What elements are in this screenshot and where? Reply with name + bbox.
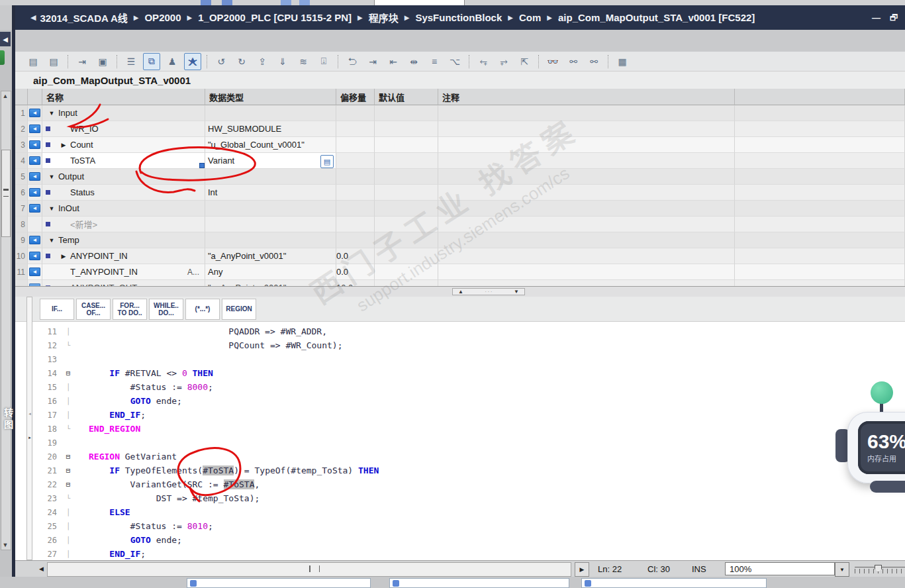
data-type-cell[interactable] [205,217,336,232]
breadcrumb-item[interactable]: 32014_SCADA A线 [40,11,127,24]
comment-cell[interactable] [438,185,735,201]
table-row[interactable]: 11◄T_ANYPOINT_INA...Any0.0 [15,264,905,280]
snapshot-b-icon[interactable]: ⚯ [585,53,602,70]
monitor-icon[interactable]: 👓 [544,53,561,70]
network-view-icon[interactable]: ⧉ [143,53,160,70]
table-row[interactable]: ◄▶ANYPOINT_OUT"a_AnyPoint_v0001"10.0 [15,280,905,286]
name-cell[interactable]: ▶ANYPOINT_OUT [42,280,205,286]
line-numbers-icon[interactable]: ≡ [426,53,443,70]
table-row[interactable]: 3◄▶Count"u_Global_Count_v0001" [15,137,905,153]
block-parameter-icon[interactable]: ▣ [94,53,111,70]
table-row[interactable]: 4◄ToSTAVariant▤ [15,153,905,169]
jump-back-icon[interactable]: ⮌ [344,53,361,70]
breadcrumb-item[interactable]: 程序块 [369,11,399,24]
code-line[interactable]: 18└END_REGION [15,422,905,436]
favorites-icon[interactable]: 🟊 [184,53,201,70]
name-cell[interactable]: ▼InOut [42,201,205,217]
code-line[interactable]: 25│ #Status := 8010; [15,519,905,533]
comment-cell[interactable] [438,232,735,248]
expand-arrow-icon[interactable]: ▶ [60,253,68,260]
absolute-operands-icon[interactable]: ♟ [164,53,181,70]
assistant-widget[interactable]: 63% 内存占用 [835,381,905,497]
fold-toggle-icon[interactable]: ⊟ [62,480,74,489]
comment-cell[interactable] [438,121,735,137]
hscroll-left-icon[interactable]: ◀ [39,565,44,572]
column-header[interactable]: 数据类型 [205,89,336,105]
code-line[interactable]: 12└ PQCount => #WR_Count); [15,338,905,352]
indent-icon[interactable]: ⇥ [364,53,381,70]
column-header[interactable]: 注释 [438,89,735,105]
code-line[interactable]: 14⊟ IF #RETVAL <> 0 THEN [15,366,905,380]
comment-cell[interactable] [438,264,735,280]
go-to-definition-icon[interactable]: ⇱ [516,53,533,70]
name-cell[interactable]: ▼Temp [42,232,205,248]
sync-icon[interactable]: ≋ [295,53,312,70]
fold-all-icon[interactable]: ⌥ [446,53,463,70]
name-cell[interactable]: ▶ANYPOINT_IN [42,248,205,264]
go-to-previous-icon[interactable]: ⥆ [475,53,492,70]
fold-toggle-icon[interactable]: ⊟ [62,369,74,377]
code-editor[interactable]: 11│ PQADDR => #WR_ADDR,12└ PQCount => #W… [15,322,905,560]
snippet-case-button[interactable]: CASE...OF... [76,299,111,320]
zoom-slider[interactable] [855,565,905,574]
comment-cell[interactable] [438,280,735,286]
compile-icon[interactable]: ⍗ [315,53,332,70]
table-row[interactable]: 7◄▼InOut [15,201,905,217]
snippet-region-button[interactable]: REGION [222,299,256,320]
vertical-scrollbar[interactable]: ▲ ▼ [1,91,11,550]
insert-network-icon[interactable]: ▤ [24,53,42,70]
code-line[interactable]: 13 [15,352,905,366]
snippet-comment-button[interactable]: (*...*) [185,299,220,320]
hscroll-right-button[interactable]: ▶ [575,562,589,577]
splitter-right-icon[interactable]: ▸ [27,435,32,440]
minimize-icon[interactable]: — [872,13,881,23]
outdent-icon[interactable]: ⇤ [385,53,402,70]
comment-cell[interactable] [438,217,735,232]
table-row[interactable]: 6◄StatusInt [15,185,905,201]
format-source-icon[interactable]: ⇹ [405,53,422,70]
restore-icon[interactable]: 🗗 [890,13,898,23]
outline-view-icon[interactable]: ☰ [122,53,140,70]
column-header[interactable]: 名称 [42,89,205,105]
go-to-next-icon[interactable]: ⥅ [495,53,512,70]
snippet-for-button[interactable]: FOR...TO DO.. [113,299,147,320]
redo-icon[interactable]: ↻ [233,53,250,70]
table-row[interactable]: 8<新增> [15,217,905,232]
breadcrumb-item[interactable]: Com [519,12,541,23]
code-line[interactable]: 15│ #Status := 8000; [15,380,905,394]
scroll-down-icon[interactable]: ▼ [1,542,9,548]
snippet-if-button[interactable]: IF... [40,299,74,320]
code-line[interactable]: 11│ PQADDR => #WR_ADDR, [15,324,905,338]
data-type-cell[interactable]: Int [205,185,336,201]
data-type-cell[interactable]: Variant▤ [205,153,336,169]
code-line[interactable]: 19 [15,436,905,450]
table-row[interactable]: 1◄▼Input [15,105,905,121]
name-cell[interactable]: ToSTA [42,153,205,169]
table-row[interactable]: 10◄▶ANYPOINT_IN"a_AnyPoint_v0001"0.0 [15,248,905,264]
expand-arrow-icon[interactable]: ▼ [48,237,56,244]
download-block-icon[interactable]: ⇓ [274,53,291,70]
data-type-cell[interactable] [205,105,336,121]
name-cell[interactable]: ▶Count [42,137,205,153]
fold-toggle-icon[interactable]: ⊟ [62,452,74,461]
undo-icon[interactable]: ↺ [213,53,230,70]
code-line[interactable]: 26│ GOTO ende; [15,533,905,547]
fold-toggle-icon[interactable]: ⊟ [62,466,74,475]
comment-cell[interactable] [438,137,735,153]
code-line[interactable]: 16│ GOTO ende; [15,394,905,408]
upload-block-icon[interactable]: ⇪ [254,53,271,70]
comment-cell[interactable] [438,169,735,185]
breadcrumb-back-icon[interactable]: ◀ [30,13,36,22]
zoom-dropdown-icon[interactable]: ▼ [835,562,849,577]
name-cell[interactable]: WR_IO [42,121,205,137]
breadcrumb-item[interactable]: OP2000 [144,12,181,23]
data-type-cell[interactable]: HW_SUBMODULE [205,121,336,137]
comment-cell[interactable] [438,201,735,217]
breadcrumb-item[interactable]: aip_Com_MapOutput_STA_v0001 [FC522] [558,12,755,23]
data-type-cell[interactable]: "a_AnyPoint_v0001" [205,280,336,286]
data-type-cell[interactable] [205,232,336,248]
name-cell[interactable]: <新增> [42,217,205,232]
data-type-cell[interactable] [205,201,336,217]
name-cell[interactable]: T_ANYPOINT_INA... [42,264,205,280]
code-line[interactable]: 27│ END_IF; [15,547,905,560]
